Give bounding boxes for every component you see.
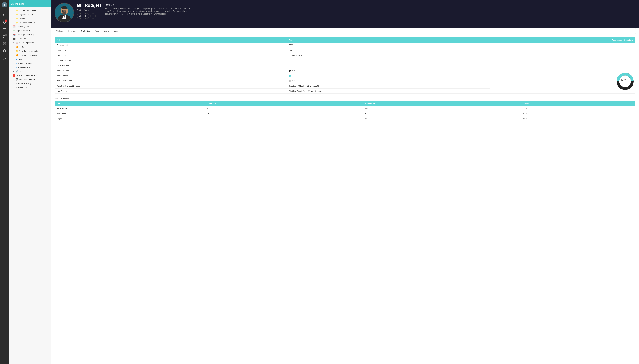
sidebar-item-blogs[interactable]: ▼ ⊞ Blogs xyxy=(9,57,51,61)
table-row: Engagement98% xyxy=(55,43,635,48)
table-row: Logins2211-50% xyxy=(55,116,635,121)
table-row: Last Login:64 minutes ago xyxy=(55,53,635,58)
users-icon[interactable] xyxy=(2,26,8,32)
profile-header: Bill Rodgers System Admin About Me ⋮ Bil… xyxy=(51,0,639,28)
chevron-down-icon: ▼ xyxy=(13,42,15,44)
sidebar: Umbrella Inc ⋮ ▼ 📁 Shared Documents 📁 Le… xyxy=(9,0,51,364)
profile-role: System Admin xyxy=(77,9,102,11)
sidebar-item-knowledge-base[interactable]: ▼ 📖 Knowledge Base xyxy=(9,41,51,45)
media-icon: 🎬 xyxy=(13,38,16,40)
info-action-button[interactable] xyxy=(84,13,89,19)
checkbox-icon: ✓ xyxy=(13,74,16,76)
sidebar-item-shared-documents[interactable]: ▼ 📁 Shared Documents xyxy=(9,8,51,12)
tab-apps[interactable]: Apps xyxy=(92,28,102,34)
sidebar-item-label: Policies xyxy=(19,18,26,20)
message-action-button[interactable] xyxy=(77,13,83,19)
folder-icon: 📁 xyxy=(16,22,18,24)
sidebar-item-label: Training & Learning xyxy=(17,34,34,36)
table-row: Items Edits198-57% xyxy=(55,111,635,116)
donut-label: 48.7% xyxy=(620,79,626,81)
sidebar-item-faqs[interactable]: ? FAQ's xyxy=(9,45,51,49)
question-icon: ? xyxy=(16,46,18,48)
sidebar-item-discussion-forum[interactable]: ▼ 💬 Discussion Forum xyxy=(9,78,51,82)
sidebar-item-new-staff-questions[interactable]: ? New Staff Questions xyxy=(9,53,51,57)
about-title: About Me xyxy=(105,4,114,6)
sidebar-item-label: New Staff Documents xyxy=(19,50,38,52)
hist-col-metric: Metric xyxy=(55,101,205,106)
avatar-icon[interactable] xyxy=(2,2,8,8)
profile-actions xyxy=(77,13,102,19)
sidebar-item-new-staff-documents[interactable]: 📁 New Staff Documents xyxy=(9,49,51,53)
svg-point-5 xyxy=(4,43,5,44)
sidebar-item-label: Brainstorming xyxy=(18,66,30,68)
col-action: Action xyxy=(55,38,287,43)
messages-icon[interactable]: 0 xyxy=(2,34,8,40)
sidebar-item-label: Health & Safety xyxy=(18,82,31,85)
col-result: Result xyxy=(287,38,490,43)
tab-widgets[interactable]: Widgets xyxy=(54,28,66,34)
tab-badges[interactable]: Badges xyxy=(112,28,123,34)
sidebar-item-links[interactable]: ▶ 🔗 Links xyxy=(9,69,51,74)
sidebar-item-expenses-form[interactable]: ☰ Expenses Form xyxy=(9,28,51,33)
sidebar-item-announcements[interactable]: ⊞ Announcements xyxy=(9,61,51,65)
sidebar-item-label: New Staff Questions xyxy=(19,54,37,56)
sidebar-item-brainstorming[interactable]: ⊞ Brainstorming xyxy=(9,65,51,69)
change-cell: -50% xyxy=(521,116,635,121)
notifications-badge: 4 xyxy=(5,20,7,22)
question2-icon: ? xyxy=(16,54,18,56)
chevron-down-icon: ▼ xyxy=(13,79,15,80)
svg-point-20 xyxy=(632,31,633,31)
profile-name: Bill Rodgers xyxy=(77,3,102,8)
svg-point-16 xyxy=(62,12,67,14)
sidebar-item-policies[interactable]: 📁 Policies xyxy=(9,16,51,20)
sidebar-item-label: Product Brochures xyxy=(19,22,35,24)
sidebar-menu-icon[interactable]: ⋮ xyxy=(46,2,49,6)
historical-title: Historical Activity: xyxy=(55,97,635,100)
settings-icon[interactable] xyxy=(2,41,8,47)
tab-statistics[interactable]: Statistics xyxy=(79,28,92,34)
sidebar-item-product-brochures[interactable]: 📁 Product Brochures xyxy=(9,20,51,24)
profile-info: Bill Rodgers System Admin xyxy=(77,3,102,19)
svg-point-1 xyxy=(4,5,6,6)
about-menu-icon[interactable]: ⋮ xyxy=(115,4,117,6)
svg-point-21 xyxy=(633,31,633,31)
sidebar-item-label: Space Umbrella Project xyxy=(17,74,37,76)
bubble-icon: 💬 xyxy=(16,78,18,80)
sidebar-item-space-media[interactable]: 🎬 Space Media xyxy=(9,37,51,41)
sidebar-item-label: Expenses Form xyxy=(16,30,30,32)
sidebar-item-health-safety[interactable]: ○ Health & Safety xyxy=(9,82,51,86)
bubble2-icon: ○ xyxy=(16,82,17,85)
svg-point-12 xyxy=(61,6,68,9)
tabs-more-button[interactable] xyxy=(630,28,636,34)
tab-drafts[interactable]: Drafts xyxy=(102,28,112,34)
sidebar-item-space-umbrella[interactable]: ✓ Space Umbrella Project xyxy=(9,74,51,78)
grid2-icon: ⊞ xyxy=(16,62,17,64)
search-icon[interactable] xyxy=(2,12,8,18)
hist-col-3weeks: 3 weeks ago xyxy=(205,101,363,106)
teal-dot-icon xyxy=(289,75,291,77)
col-engagement-breakdown: Engagement Breakdown xyxy=(490,38,635,43)
sidebar-item-legal-resources[interactable]: 📁 Legal Resources xyxy=(9,12,51,16)
svg-point-22 xyxy=(634,31,634,31)
tabs-bar: Widgets Following Statistics Apps Drafts… xyxy=(51,28,639,34)
sidebar-header: Umbrella Inc ⋮ xyxy=(9,0,51,8)
sidebar-item-label: Links xyxy=(19,70,23,72)
svg-point-0 xyxy=(4,4,5,5)
sidebar-item-new-ideas[interactable]: ○ New Ideas xyxy=(9,86,51,90)
trash-icon[interactable] xyxy=(2,48,8,54)
sidebar-title: Umbrella Inc xyxy=(11,2,24,5)
tab-following[interactable]: Following xyxy=(66,28,79,34)
table-row: Items Created213 48.7% xyxy=(55,68,635,73)
logout-icon[interactable] xyxy=(2,55,8,61)
sidebar-item-company-events[interactable]: 📅 Company Events xyxy=(9,24,51,28)
sidebar-item-training-learning[interactable]: 📚 Training & Learning xyxy=(9,33,51,37)
change-cell: -57% xyxy=(521,111,635,116)
notifications-icon[interactable]: 4 xyxy=(2,19,8,25)
donut-chart: 48.7% xyxy=(614,70,633,90)
svg-line-3 xyxy=(5,16,6,16)
email-action-button[interactable] xyxy=(90,13,96,19)
sidebar-nav: ▼ 📁 Shared Documents 📁 Legal Resources 📁… xyxy=(9,8,51,90)
historical-table: Metric 3 weeks ago 2 weeks ago Change Pa… xyxy=(55,101,635,121)
gray-dot-icon xyxy=(289,80,291,82)
table-row: Page Views421178-57% xyxy=(55,106,635,111)
